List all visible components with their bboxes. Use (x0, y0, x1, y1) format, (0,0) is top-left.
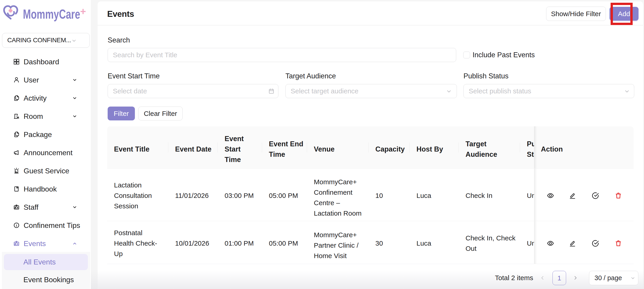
svg-text:+: + (80, 6, 86, 17)
svg-text:MommyCare: MommyCare (23, 7, 80, 21)
